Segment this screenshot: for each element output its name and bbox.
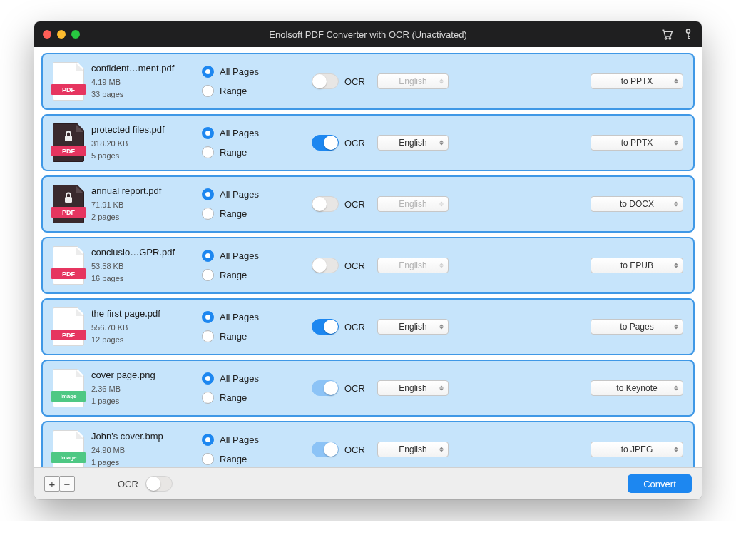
output-format-select[interactable]: to Keynote	[591, 380, 683, 396]
page-range-options: All PagesRange	[202, 250, 287, 281]
all-pages-radio[interactable]: All Pages	[202, 188, 287, 200]
add-file-button[interactable]: +	[44, 476, 60, 492]
range-radio[interactable]: Range	[202, 392, 287, 404]
file-pages: 1 pages	[91, 457, 195, 469]
file-name: confident…ment.pdf	[91, 63, 195, 73]
file-size: 24.90 MB	[91, 444, 195, 457]
language-select[interactable]: English	[377, 380, 449, 396]
all-pages-radio[interactable]: All Pages	[202, 434, 287, 446]
file-pages: 16 pages	[91, 273, 195, 285]
format-value: to DOCX	[620, 199, 654, 209]
chevron-updown-icon	[439, 79, 444, 84]
ocr-toggle[interactable]	[312, 380, 339, 396]
cart-icon[interactable]	[660, 29, 673, 40]
minimize-window-button[interactable]	[57, 30, 66, 39]
language-select[interactable]: English	[377, 135, 449, 151]
close-window-button[interactable]	[43, 30, 51, 39]
language-value: English	[399, 260, 426, 270]
output-format-select[interactable]: to PPTX	[591, 73, 683, 89]
ocr-label: OCR	[344, 260, 366, 271]
ocr-toggle[interactable]	[312, 73, 339, 89]
all-pages-radio[interactable]: All Pages	[202, 66, 287, 78]
ocr-toggle[interactable]	[312, 319, 339, 335]
svg-point-1	[669, 38, 670, 39]
chevron-updown-icon	[674, 141, 678, 146]
footer-ocr-label: OCR	[118, 479, 138, 489]
file-type-label: PDF	[51, 207, 86, 218]
file-pages: 12 pages	[91, 334, 195, 346]
file-type-label: PDF	[51, 268, 86, 279]
file-row[interactable]: PDFprotected files.pdf318.20 KB5 pagesAl…	[41, 114, 695, 171]
all-pages-label: All Pages	[220, 189, 259, 200]
pdf-file-icon: PDF	[53, 62, 84, 101]
page-range-options: All PagesRange	[202, 66, 287, 97]
language-select[interactable]: English	[377, 442, 449, 457]
footer-bar: + − OCR Convert	[34, 468, 702, 499]
chevron-updown-icon	[674, 202, 678, 207]
file-row[interactable]: PDFconclusio…GPR.pdf53.58 KB16 pagesAll …	[41, 237, 695, 294]
file-row[interactable]: Imagecover page.png2.36 MB1 pagesAll Pag…	[41, 360, 695, 417]
locked-pdf-icon: PDF	[53, 123, 84, 162]
file-row[interactable]: PDFannual report.pdf71.91 KB2 pagesAll P…	[41, 175, 695, 233]
range-radio[interactable]: Range	[202, 453, 287, 465]
chevron-updown-icon	[439, 386, 444, 391]
all-pages-radio[interactable]: All Pages	[202, 311, 287, 323]
file-info: confident…ment.pdf4.19 MB33 pages	[91, 63, 195, 100]
output-format-select[interactable]: to PPTX	[591, 135, 683, 151]
output-format-select[interactable]: to EPUB	[591, 258, 683, 273]
file-row[interactable]: PDFthe first page.pdf556.70 KB12 pagesAl…	[41, 298, 695, 355]
titlebar: Enolsoft PDF Converter with OCR (Unactiv…	[34, 21, 702, 47]
file-type-label: Image	[51, 452, 86, 463]
ocr-label: OCR	[344, 322, 366, 332]
image-file-icon: Image	[53, 369, 84, 407]
key-icon[interactable]	[683, 29, 693, 40]
chevron-updown-icon	[674, 386, 678, 391]
chevron-updown-icon	[439, 141, 444, 146]
ocr-toggle[interactable]	[312, 442, 339, 457]
language-select: English	[377, 258, 449, 273]
file-row[interactable]: PDFconfident…ment.pdf4.19 MB33 pagesAll …	[41, 53, 695, 110]
output-format-select[interactable]: to JPEG	[591, 442, 683, 457]
window-title: Enolsoft PDF Converter with OCR (Unactiv…	[34, 29, 702, 40]
remove-file-button[interactable]: −	[59, 476, 75, 492]
file-info: conclusio…GPR.pdf53.58 KB16 pages	[91, 247, 195, 284]
language-value: English	[399, 199, 426, 209]
ocr-toggle[interactable]	[312, 196, 339, 212]
language-select[interactable]: English	[377, 319, 449, 335]
range-radio[interactable]: Range	[202, 146, 287, 158]
range-radio[interactable]: Range	[202, 269, 287, 281]
language-value: English	[399, 383, 426, 393]
all-pages-radio[interactable]: All Pages	[202, 127, 287, 139]
chevron-updown-icon	[674, 447, 678, 452]
file-list[interactable]: PDFconfident…ment.pdf4.19 MB33 pagesAll …	[34, 47, 702, 468]
pdf-file-icon: PDF	[53, 246, 84, 285]
output-format-select[interactable]: to Pages	[591, 319, 683, 335]
file-pages: 1 pages	[91, 395, 195, 407]
file-name: annual report.pdf	[91, 185, 195, 196]
maximize-window-button[interactable]	[71, 30, 80, 39]
range-radio[interactable]: Range	[202, 208, 287, 220]
ocr-toggle[interactable]	[312, 258, 339, 273]
range-radio[interactable]: Range	[202, 330, 287, 342]
footer-ocr-toggle[interactable]	[145, 476, 173, 492]
file-size: 71.91 KB	[91, 199, 195, 211]
all-pages-radio[interactable]: All Pages	[202, 250, 287, 262]
format-value: to Keynote	[616, 383, 657, 393]
ocr-toggle[interactable]	[312, 135, 339, 151]
language-select: English	[377, 73, 449, 89]
all-pages-label: All Pages	[220, 128, 259, 138]
range-radio[interactable]: Range	[202, 85, 287, 97]
all-pages-label: All Pages	[220, 250, 259, 261]
file-size: 318.20 KB	[91, 138, 195, 150]
convert-button[interactable]: Convert	[628, 474, 692, 493]
image-file-icon: Image	[53, 430, 84, 468]
file-row[interactable]: ImageJohn's cover.bmp24.90 MB1 pagesAll …	[41, 421, 695, 468]
file-type-label: PDF	[51, 84, 86, 95]
all-pages-radio[interactable]: All Pages	[202, 372, 287, 385]
chevron-updown-icon	[439, 447, 444, 452]
chevron-updown-icon	[439, 325, 444, 330]
ocr-label: OCR	[344, 444, 366, 455]
file-pages: 5 pages	[91, 150, 195, 162]
output-format-select[interactable]: to DOCX	[591, 196, 683, 212]
range-label: Range	[220, 331, 247, 342]
